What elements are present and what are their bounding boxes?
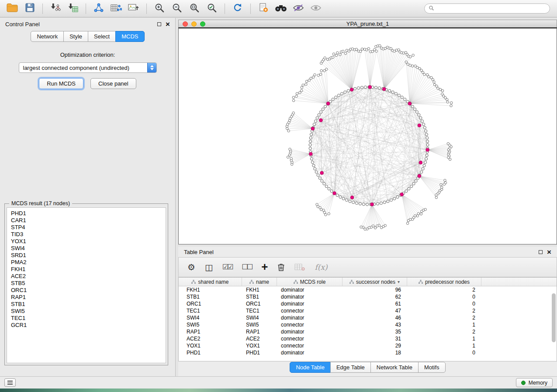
table-cell: dominator — [277, 293, 343, 300]
mcds-result-item[interactable]: TEC1 — [11, 315, 162, 322]
task-history-button[interactable] — [4, 378, 16, 387]
table-row[interactable]: TEC1TEC1connector472 — [179, 307, 557, 314]
mcds-result-item[interactable]: PHD1 — [11, 210, 162, 217]
network-window-titlebar[interactable]: YPA_prune.txt_1 — [178, 20, 557, 28]
node-table: shared namenameMCDS rolesuccessor nodes▾… — [178, 277, 557, 361]
scrollbar-thumb[interactable] — [552, 293, 556, 342]
export-image-button[interactable] — [126, 2, 142, 15]
mcds-result-item[interactable]: SRD1 — [11, 252, 162, 259]
mcds-result-item[interactable]: STB5 — [11, 280, 162, 287]
mcds-result-item[interactable]: GCR1 — [11, 322, 162, 329]
hide-unselected-button[interactable] — [291, 2, 306, 15]
find-button[interactable] — [273, 2, 289, 15]
mcds-result-list[interactable]: PHD1CAR1STP4TID3YOX1SWI4SRD1PMA2FKH1ACE2… — [7, 207, 166, 363]
import-network-button[interactable] — [48, 2, 63, 15]
maximize-window-icon[interactable] — [200, 21, 205, 27]
network-view-canvas[interactable] — [178, 28, 557, 244]
column-header-MCDS-role[interactable]: MCDS role — [277, 278, 343, 286]
float-table-panel-icon[interactable] — [539, 250, 543, 254]
memory-button[interactable]: Memory — [516, 378, 553, 387]
tab-select[interactable]: Select — [88, 31, 116, 42]
tab-motifs[interactable]: Motifs — [418, 362, 446, 373]
table-cell: TEC1 — [242, 307, 277, 314]
mcds-result-title: MCDS result (17 nodes) — [9, 200, 72, 206]
sort-caret-icon[interactable]: ▾ — [398, 279, 400, 284]
search-input[interactable] — [437, 6, 546, 12]
tab-edge-table[interactable]: Edge Table — [330, 362, 371, 373]
mcds-result-item[interactable]: YOX1 — [11, 238, 162, 245]
open-file-button[interactable] — [4, 2, 20, 15]
export-network-button[interactable] — [91, 2, 107, 15]
table-vertical-scrollbar[interactable] — [552, 288, 556, 359]
mcds-result-item[interactable]: STB1 — [11, 301, 162, 308]
mcds-result-item[interactable]: TID3 — [11, 231, 162, 238]
table-row[interactable]: STB1STB1dominator620 — [179, 293, 557, 300]
column-header-predecessor-nodes[interactable]: predecessor nodes — [407, 278, 481, 286]
delete-rows-icon[interactable] — [277, 263, 285, 272]
zoom-in-button[interactable] — [152, 2, 167, 15]
close-window-icon[interactable] — [183, 21, 188, 27]
mcds-result-item[interactable]: ORC1 — [11, 287, 162, 294]
minimize-window-icon[interactable] — [191, 21, 197, 27]
tab-node-table[interactable]: Node Table — [290, 362, 331, 373]
table-row[interactable]: ACE2ACE2connector311 — [179, 335, 557, 342]
table-toolbar: ⚙ ◫ ☑☑ ☐☐ + f(x) — [178, 257, 557, 277]
clone-network-button[interactable] — [256, 2, 271, 15]
mcds-result-item[interactable]: ACE2 — [11, 273, 162, 280]
close-panel-button[interactable]: Close panel — [90, 78, 136, 89]
status-bar: Memory — [0, 376, 557, 389]
zoom-out-button[interactable] — [169, 2, 185, 15]
table-row[interactable]: FKH1FKH1dominator962 — [179, 286, 557, 293]
tab-network[interactable]: Network — [31, 31, 64, 42]
unselect-all-icon[interactable]: ☐☐ — [242, 264, 252, 271]
mcds-result-item[interactable]: PMA2 — [11, 259, 162, 266]
table-row[interactable]: RAP1RAP1dominator352 — [179, 328, 557, 335]
table-network-icon — [111, 3, 122, 14]
table-row[interactable]: YOX1YOX1connector291 — [179, 342, 557, 349]
refresh-view-button[interactable] — [230, 2, 246, 15]
close-table-panel-icon[interactable]: × — [547, 248, 551, 256]
export-table-button[interactable] — [108, 2, 124, 15]
global-search-box[interactable] — [424, 3, 550, 14]
close-panel-icon[interactable]: × — [166, 21, 170, 28]
table-row[interactable]: SWI4SWI4dominator462 — [179, 314, 557, 321]
mcds-result-item[interactable]: STP4 — [11, 224, 162, 231]
column-header-successor-nodes[interactable]: successor nodes▾ — [343, 278, 407, 286]
open-folder-icon — [7, 3, 18, 14]
save-session-button[interactable] — [22, 2, 38, 15]
zoom-selected-button[interactable] — [204, 2, 220, 15]
table-cell: connector — [277, 321, 343, 328]
run-mcds-button[interactable]: Run MCDS — [39, 78, 83, 89]
eye-icon — [310, 3, 322, 14]
tab-style[interactable]: Style — [63, 31, 88, 42]
column-header-name[interactable]: name — [242, 278, 277, 286]
tab-mcds[interactable]: MCDS — [115, 31, 144, 42]
optimization-dropdown[interactable]: largest connected component (undirected) — [19, 62, 157, 73]
mcds-result-item[interactable]: RAP1 — [11, 294, 162, 301]
show-columns-icon[interactable]: ◫ — [205, 263, 213, 272]
column-header-shared-name[interactable]: shared name — [179, 278, 242, 286]
table-cell: SWI5 — [242, 321, 277, 328]
table-cell: RAP1 — [242, 328, 277, 335]
table-row[interactable]: ORC1ORC1dominator610 — [179, 300, 557, 307]
float-panel-icon[interactable] — [157, 22, 161, 26]
mcds-result-item[interactable]: CAR1 — [11, 217, 162, 224]
table-header-row: shared namenameMCDS rolesuccessor nodes▾… — [179, 278, 557, 286]
show-all-button[interactable] — [308, 2, 324, 15]
mcds-result-item[interactable]: SWI5 — [11, 308, 162, 315]
add-row-icon[interactable]: + — [261, 261, 268, 272]
table-settings-icon[interactable]: ⚙ — [187, 263, 195, 272]
import-network-icon — [50, 3, 61, 14]
table-panel: Table Panel × ⚙ ◫ ☑☑ ☐☐ + f(x) shared na… — [178, 247, 557, 376]
tab-network-table[interactable]: Network Table — [370, 362, 419, 373]
mcds-result-item[interactable]: SWI4 — [11, 245, 162, 252]
table-row[interactable]: PHD1PHD1dominator180 — [179, 349, 557, 356]
table-row[interactable]: SWI5SWI5connector431 — [179, 321, 557, 328]
main-toolbar — [0, 0, 557, 17]
mcds-result-item[interactable]: FKH1 — [11, 266, 162, 273]
zoom-fit-button[interactable] — [187, 2, 202, 15]
select-all-icon[interactable]: ☑☑ — [222, 264, 232, 271]
dropdown-arrows-icon — [147, 62, 156, 73]
table-cell: PHD1 — [179, 349, 242, 356]
import-table-button[interactable] — [65, 2, 81, 15]
